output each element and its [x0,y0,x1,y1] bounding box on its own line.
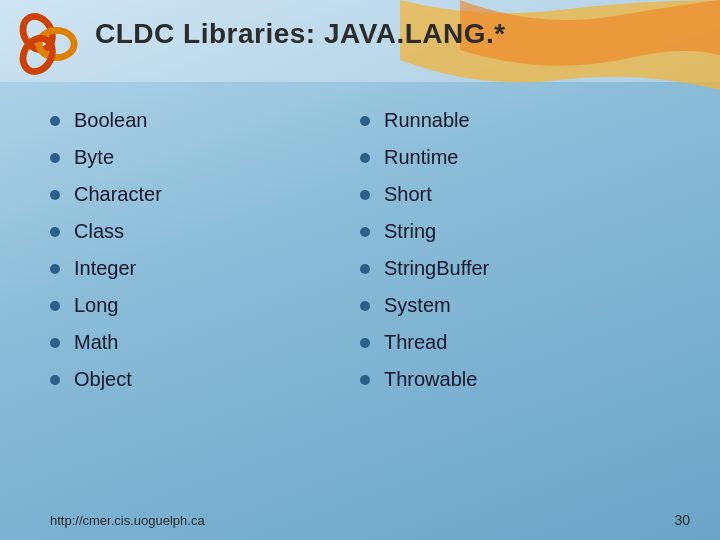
bullet-icon [50,227,60,237]
list-item: Class [50,216,360,247]
bullet-icon [360,153,370,163]
item-text: Character [74,183,162,206]
bullet-icon [50,301,60,311]
list-item: Object [50,364,360,395]
right-column: RunnableRuntimeShortStringStringBufferSy… [360,95,670,480]
footer: http://cmer.cis.uoguelph.ca 30 [50,512,690,528]
item-text: System [384,294,451,317]
slide-title: CLDC Libraries: JAVA.LANG.* [95,18,506,49]
bullet-icon [360,264,370,274]
logo [10,10,80,80]
item-text: Math [74,331,118,354]
item-text: Short [384,183,432,206]
item-text: Object [74,368,132,391]
item-text: String [384,220,436,243]
content-area: BooleanByteCharacterClassIntegerLongMath… [50,95,670,480]
list-item: Character [50,179,360,210]
bullet-icon [360,301,370,311]
footer-url: http://cmer.cis.uoguelph.ca [50,513,205,528]
bullet-icon [360,190,370,200]
item-text: Throwable [384,368,477,391]
item-text: StringBuffer [384,257,489,280]
bullet-icon [50,375,60,385]
bullet-icon [360,375,370,385]
bullet-icon [50,264,60,274]
bullet-icon [50,190,60,200]
left-column: BooleanByteCharacterClassIntegerLongMath… [50,95,360,480]
bullet-icon [360,116,370,126]
bullet-icon [360,338,370,348]
list-item: Integer [50,253,360,284]
list-item: StringBuffer [360,253,670,284]
item-text: Byte [74,146,114,169]
item-text: Long [74,294,119,317]
item-text: Boolean [74,109,147,132]
bullet-icon [50,153,60,163]
bullet-icon [50,338,60,348]
list-item: Byte [50,142,360,173]
bullet-icon [50,116,60,126]
bullet-icon [360,227,370,237]
list-item: Thread [360,327,670,358]
list-item: Runtime [360,142,670,173]
list-item: String [360,216,670,247]
item-text: Thread [384,331,447,354]
list-item: Runnable [360,105,670,136]
list-item: Short [360,179,670,210]
list-item: System [360,290,670,321]
list-item: Boolean [50,105,360,136]
item-text: Runnable [384,109,470,132]
svg-point-1 [39,30,74,57]
title-bar: CLDC Libraries: JAVA.LANG.* [95,18,710,50]
item-text: Integer [74,257,136,280]
item-text: Runtime [384,146,458,169]
list-item: Math [50,327,360,358]
slide: CLDC Libraries: JAVA.LANG.* BooleanByteC… [0,0,720,540]
footer-page-number: 30 [674,512,690,528]
list-item: Long [50,290,360,321]
list-item: Throwable [360,364,670,395]
item-text: Class [74,220,124,243]
